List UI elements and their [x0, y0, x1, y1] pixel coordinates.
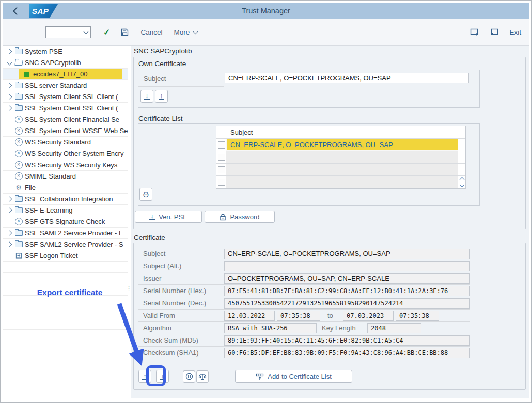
tree-item-snc-sapcryptolib[interactable]: SNC SAPCryptolib: [3, 57, 128, 69]
tree-item-ssl-system-client-ssl-client[interactable]: SSL System Client SSL Client (: [3, 91, 128, 103]
cancel-button[interactable]: Cancel: [140, 28, 162, 36]
tree-item-eccides7-eh7-00[interactable]: eccides7_EH7_00: [3, 69, 128, 80]
import-certificate-button[interactable]: [138, 370, 151, 383]
exit-button[interactable]: Exit: [509, 28, 521, 36]
crossed-circle-icon: [15, 127, 23, 135]
own-certificate-title: Own Certificate: [138, 60, 186, 68]
certificate-title: Certificate: [134, 234, 165, 241]
upload-icon: [160, 93, 163, 99]
tree-item-ssl-system-client-wsse-web-ser[interactable]: SSL System Client WSSE Web Ser: [3, 125, 128, 137]
tree-item-ssf-gts-signature-check[interactable]: SSF GTS Signature Check: [3, 216, 128, 228]
certificate-field-row: Check Sum (MD5)89:1E:93:FF:40:15:AC:11:4…: [138, 334, 470, 347]
tree-item-label: SSL System Client WSSE Web Ser: [24, 127, 128, 135]
tree-item-label: SMIME Standard: [24, 172, 76, 180]
field-label: Check Sum (MD5): [138, 336, 224, 344]
enter-check-button[interactable]: [103, 27, 110, 37]
chevron-right-icon[interactable]: [7, 83, 12, 88]
row-checkbox[interactable]: [218, 179, 225, 186]
valid-to-date-field[interactable]: 07.03.2023: [343, 311, 394, 321]
field-value[interactable]: CN=ERP-SCALE, O=POCKETPROGRAMS, OU=SAP: [224, 249, 470, 259]
chevron-right-icon[interactable]: [7, 94, 12, 100]
key-length-field[interactable]: 2048: [367, 323, 421, 333]
chevron-right-icon[interactable]: [7, 242, 12, 247]
exit-label: Exit: [509, 28, 521, 36]
more-label: More: [174, 28, 190, 36]
new-session-button[interactable]: [490, 28, 499, 36]
tree-item-label: SNC SAPCryptolib: [24, 59, 81, 67]
export-own-certificate-button[interactable]: [140, 90, 153, 103]
chevron-right-icon[interactable]: [7, 208, 12, 213]
tree-item-ws-security-ws-security-keys[interactable]: WS Security WS Security Keys: [3, 159, 128, 171]
chevron-right-icon[interactable]: [7, 197, 12, 202]
tree-item-ssf-saml2-service-provider-s[interactable]: SSF SAML2 Service Provider - S: [3, 239, 128, 250]
tree-item-label: SSF GTS Signature Check: [24, 218, 105, 225]
main-panel: SNC SAPCryptolib Own Certificate Subject…: [131, 46, 529, 398]
certificate-field-row: Valid From12.03.202207:35:38to07.03.2023…: [138, 310, 470, 322]
password-label: Password: [230, 213, 259, 221]
subject-column-header: Subject: [226, 128, 458, 136]
own-subject-field[interactable]: CN=ERP-SCALE, O=POCKETPROGRAMS, OU=SAP: [225, 73, 469, 83]
tree-item-ws-security-standard[interactable]: WS Security Standard: [3, 137, 128, 148]
tree-item-ssf-collaboration-integration[interactable]: SSF Collaboration Integration: [3, 194, 128, 205]
add-to-table-icon: [256, 373, 264, 381]
tree-item-ws-security-other-system-encry[interactable]: WS Security Other System Encry: [3, 148, 128, 159]
lock-icon: [220, 213, 226, 221]
field-value[interactable]: 89:1E:93:FF:40:15:AC:11:45:6F:E0:82:9B:C…: [224, 335, 470, 346]
tree-item-ssl-system-client-ssl-client[interactable]: SSL System Client SSL Client (: [3, 103, 128, 114]
tree-item-label: WS Security Standard: [24, 138, 91, 146]
splitter-handle[interactable]: [126, 286, 130, 299]
more-menu-button[interactable]: More: [174, 28, 197, 36]
tree-item-ssf-e-learning[interactable]: SSF E-Learning: [3, 205, 128, 216]
scroll-down-icon[interactable]: [459, 183, 464, 188]
row-checkbox[interactable]: [218, 166, 225, 173]
chevron-right-icon[interactable]: [7, 49, 12, 54]
tree-item-file[interactable]: File: [3, 182, 128, 194]
field-value[interactable]: [224, 261, 470, 271]
certificate-detail-frame: SubjectCN=ERP-SCALE, O=POCKETPROGRAMS, O…: [133, 243, 526, 390]
chevron-right-icon[interactable]: [7, 106, 12, 111]
title-bar: SAP Trust Manager: [3, 3, 529, 19]
display-response-button[interactable]: [183, 370, 195, 383]
veri-pse-button[interactable]: Veri. PSE: [135, 211, 202, 223]
folder-icon: [15, 105, 23, 111]
field-value[interactable]: O=POCKETPROGRAMS, OU=SAP, CN=ERP-SCALE: [224, 273, 470, 284]
tree-item-ssf-logon-ticket[interactable]: SSF Logon Ticket: [3, 250, 128, 262]
row-checkbox[interactable]: [218, 141, 225, 149]
tree-item-smime-standard[interactable]: SMIME Standard: [3, 171, 128, 182]
password-button[interactable]: Password: [205, 211, 275, 223]
field-value[interactable]: 60:F6:B5:DF:EF:B8:83:9B:09:F5:F0:9A:43:C…: [224, 348, 470, 358]
chevron-right-icon[interactable]: [7, 231, 12, 236]
shortcut-window-button[interactable]: [470, 28, 479, 36]
pse-group-frame: Own Certificate Subject CN=ERP-SCALE, O=…: [133, 57, 526, 229]
field-label: Valid From: [138, 312, 224, 319]
add-to-certificate-list-button[interactable]: Add to Certificate List: [235, 370, 352, 383]
command-field[interactable]: [45, 26, 91, 38]
upload-icon: [143, 373, 147, 379]
scroll-up-icon[interactable]: [459, 177, 464, 182]
certificate-field-row: AlgorithmRSA with SHA-256Key Length2048: [138, 322, 470, 334]
certificate-subject-link[interactable]: CN=ERP-SCALE, O=POCKETPROGRAMS, OU=SAP: [226, 141, 458, 149]
export-certificate-button[interactable]: [156, 370, 169, 383]
valid-from-time-field[interactable]: 07:35:38: [277, 311, 320, 321]
tree-empty-row: [3, 273, 128, 284]
valid-from-date-field[interactable]: 12.03.2022: [224, 311, 275, 321]
tree-item-ssl-system-client-financial-se[interactable]: SSL System Client Financial Se: [3, 114, 128, 125]
logon-ticket-icon: [15, 252, 22, 259]
tree-item-ssf-saml2-service-provider-e[interactable]: SSF SAML2 Service Provider - E: [3, 228, 128, 239]
valid-to-time-field[interactable]: 07:35:38: [396, 311, 439, 321]
tree-item-system-pse[interactable]: System PSE: [3, 46, 128, 57]
verify-certificate-button[interactable]: [196, 370, 209, 383]
field-value[interactable]: 4507551253300542217291325196558195829014…: [224, 298, 470, 309]
delete-certificate-button[interactable]: [139, 188, 152, 201]
certificate-list-row: [216, 151, 465, 164]
tree-item-ssl-server-standard[interactable]: SSL server Standard: [3, 80, 128, 91]
tree-item-label: File: [24, 184, 36, 191]
chevron-down-icon[interactable]: [7, 60, 12, 66]
save-button[interactable]: [120, 28, 129, 37]
tree-item-label: WS Security Other System Encry: [24, 150, 123, 157]
row-checkbox[interactable]: [218, 154, 225, 161]
import-own-certificate-button[interactable]: [155, 90, 168, 103]
field-value[interactable]: 07:E5:41:81:DB:7F:BA:81:C2:99:C8:AA:EF:1…: [224, 286, 470, 296]
tree-empty-row: [3, 318, 128, 330]
algorithm-field[interactable]: RSA with SHA-256: [224, 323, 317, 333]
